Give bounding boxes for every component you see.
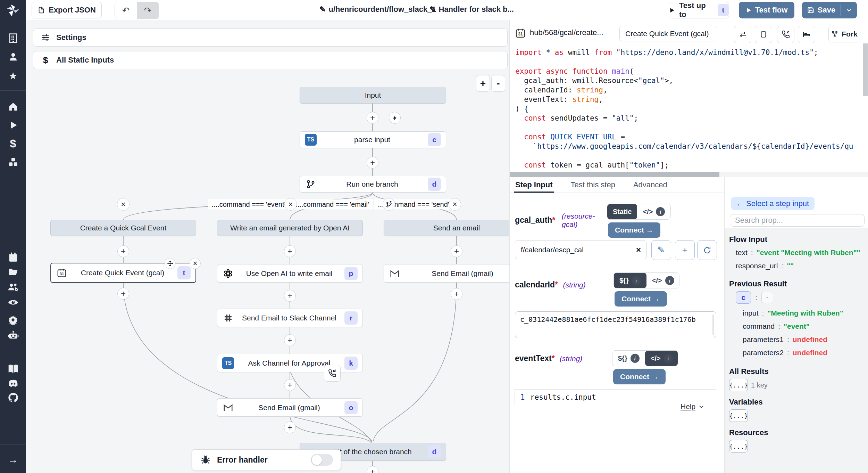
- flow-settings-bar[interactable]: Settings: [33, 28, 508, 47]
- prop-row[interactable]: input:"Meeting with Ruben": [743, 307, 843, 320]
- all-results-expand-button[interactable]: {...}: [729, 379, 748, 391]
- info-icon[interactable]: i: [632, 276, 641, 285]
- home-icon[interactable]: [7, 101, 19, 113]
- add-step-button[interactable]: +: [117, 288, 129, 300]
- previous-result-title[interactable]: Previous Result: [729, 279, 787, 288]
- save-dropdown-button[interactable]: [841, 2, 857, 18]
- resources-title[interactable]: Resources: [729, 428, 768, 437]
- groups-icon[interactable]: [7, 281, 19, 293]
- step-c-badge[interactable]: c: [736, 291, 751, 304]
- calendarid-value-input[interactable]: c_0312442e881ae6fcf1dec23f54916a389f1c17…: [515, 311, 716, 338]
- delete-step-button[interactable]: ×: [190, 258, 201, 269]
- mode-template[interactable]: ${}i: [614, 273, 646, 288]
- redo-button[interactable]: ↷: [137, 2, 159, 19]
- gcal-auth-connect-button[interactable]: Connect →: [608, 222, 660, 238]
- test-up-to-button[interactable]: Test up to t: [669, 2, 729, 18]
- flow-node-ask-channel-approval[interactable]: TS Ask Channel for Approval k: [217, 354, 363, 372]
- gcal-auth-resource-input[interactable]: f/calendar/escp_cal ×: [515, 240, 647, 259]
- resources-cubes-icon[interactable]: [7, 156, 19, 168]
- test-flow-button[interactable]: Test flow: [739, 2, 794, 18]
- flow-node-parse-input[interactable]: TS parse input c: [300, 131, 446, 148]
- select-step-input-pill[interactable]: ← Select a step input: [731, 197, 815, 210]
- edit-resource-button[interactable]: ✎: [651, 240, 671, 260]
- branch-condition[interactable]: ....command === 'event': [208, 199, 289, 210]
- trigger-lightning-button[interactable]: [389, 112, 401, 124]
- suspend-button[interactable]: [777, 26, 794, 43]
- github-icon[interactable]: [7, 392, 19, 403]
- prop-row[interactable]: command:"event": [743, 320, 843, 333]
- flow-node-send-email-slack[interactable]: Send Email to Slack Channel r: [217, 309, 363, 327]
- flow-node-send-email-gmail-2[interactable]: Send Email (gmail): [384, 264, 509, 283]
- undo-button[interactable]: ↶: [115, 2, 137, 19]
- box-button[interactable]: [755, 26, 772, 43]
- add-branch-button[interactable]: [383, 198, 395, 211]
- resources-expand-button[interactable]: {...}: [729, 440, 748, 452]
- runs-play-icon[interactable]: [7, 119, 19, 131]
- zoom-in-button[interactable]: +: [476, 75, 490, 92]
- add-step-button[interactable]: +: [451, 245, 462, 257]
- info-icon[interactable]: i: [665, 276, 674, 285]
- collapse-arrow-icon[interactable]: →: [7, 454, 19, 465]
- info-icon[interactable]: i: [631, 354, 640, 363]
- schedules-calendar-icon[interactable]: [7, 251, 19, 263]
- docs-book-icon[interactable]: [7, 363, 19, 375]
- all-static-inputs-bar[interactable]: $ All Static Inputs: [33, 51, 508, 69]
- search-prop-input[interactable]: [730, 214, 865, 227]
- settings-gear-icon[interactable]: [7, 314, 19, 326]
- mode-template[interactable]: ${}i: [612, 351, 645, 366]
- export-json-button[interactable]: Export JSON: [32, 2, 102, 18]
- clear-x-icon[interactable]: ×: [636, 245, 641, 255]
- error-handler-toggle[interactable]: [311, 454, 333, 466]
- windmill-logo-icon[interactable]: [5, 2, 21, 18]
- branch-condition[interactable]: ....command === 'email': [292, 199, 373, 210]
- prop-row[interactable]: parameters1:undefined: [743, 333, 843, 346]
- reload-script-button[interactable]: [734, 26, 751, 43]
- flow-node-send-email-gmail[interactable]: Send Email (gmail) o: [217, 398, 363, 417]
- branch-header-openai-email[interactable]: Write an email generated by Open AI: [217, 220, 363, 236]
- mode-javascript[interactable]: </>i: [637, 204, 670, 219]
- add-step-button[interactable]: +: [284, 334, 296, 346]
- info-icon[interactable]: i: [664, 354, 673, 363]
- workers-robot-icon[interactable]: [7, 329, 19, 341]
- refresh-resource-button[interactable]: [697, 240, 717, 260]
- add-resource-button[interactable]: +: [675, 240, 695, 260]
- add-step-button[interactable]: +: [367, 157, 378, 169]
- flow-node-run-one-branch[interactable]: Run one branch d: [300, 176, 446, 193]
- save-button[interactable]: Save: [802, 2, 841, 18]
- prop-row[interactable]: response_url:"": [736, 259, 860, 272]
- add-step-button[interactable]: +: [284, 422, 296, 433]
- tab-test-this-step[interactable]: Test this step: [571, 177, 615, 193]
- prop-row[interactable]: parameters2:undefined: [743, 346, 843, 359]
- prop-row[interactable]: text:"event "Meeting with Ruben"": [736, 246, 860, 259]
- code-editor[interactable]: import * as wmill from "https://deno.lan…: [510, 48, 862, 172]
- sleep-button[interactable]: [798, 26, 815, 43]
- mode-javascript[interactable]: </>i: [645, 351, 678, 366]
- flow-node-openai-write-email[interactable]: Use Open AI to write email p: [217, 264, 363, 283]
- variables-expand-button[interactable]: {...}: [729, 409, 748, 422]
- user-icon[interactable]: [7, 51, 19, 63]
- flow-node-input[interactable]: Input: [300, 87, 446, 104]
- flow-canvas[interactable]: Settings $ All Static Inputs + - Input +…: [26, 20, 509, 473]
- add-step-button[interactable]: +: [284, 290, 296, 302]
- branch-header-gcal[interactable]: Create a Quick Gcal Event: [50, 220, 196, 236]
- zoom-out-button[interactable]: -: [491, 75, 505, 92]
- tab-step-input[interactable]: Step Input: [515, 177, 553, 193]
- favorites-star-icon[interactable]: ★: [7, 70, 19, 82]
- fork-button[interactable]: Fork: [828, 26, 860, 42]
- flow-input-title[interactable]: Flow Input: [729, 235, 767, 244]
- breadcrumb[interactable]: ✎ u/henricourdent/flow_slack_1: [319, 5, 436, 14]
- remove-branch-button[interactable]: ×: [284, 198, 297, 211]
- add-step-button[interactable]: +: [284, 379, 296, 391]
- mode-static[interactable]: Static: [607, 204, 637, 219]
- variables-dollar-icon[interactable]: $: [7, 138, 19, 149]
- code-vertical-scrollbar[interactable]: [863, 43, 868, 96]
- collapse-button[interactable]: -: [761, 292, 773, 303]
- calendarid-connect-button[interactable]: Connect →: [615, 291, 667, 307]
- folders-icon[interactable]: [7, 266, 19, 278]
- discord-icon[interactable]: [7, 378, 19, 390]
- all-results-title[interactable]: All Results: [729, 367, 769, 376]
- breadcrumb-summary[interactable]: ✎ Handler for slack b...: [429, 5, 514, 14]
- remove-branch-button[interactable]: ×: [449, 198, 461, 211]
- mode-javascript[interactable]: </>i: [646, 273, 679, 288]
- workspace-icon[interactable]: [7, 32, 19, 44]
